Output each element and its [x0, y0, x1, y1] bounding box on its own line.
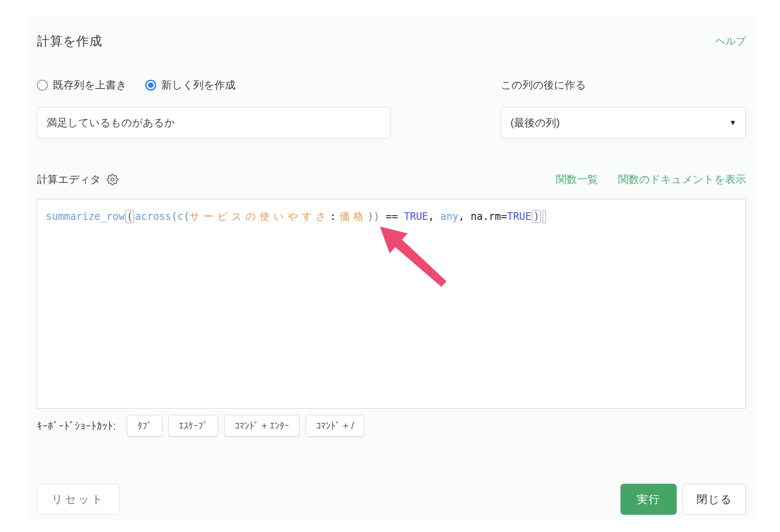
- position-dropdown-value: (最後の列): [510, 116, 560, 130]
- footer-row: リセット 実行 閉じる: [37, 484, 746, 515]
- shortcuts-label: ｷｰﾎﾞｰﾄﾞｼｮｰﾄｶｯﾄ:: [37, 420, 116, 432]
- gear-icon[interactable]: [107, 174, 118, 185]
- new-column-name-input[interactable]: [37, 107, 390, 138]
- code-segment: ): [531, 210, 541, 223]
- create-calculation-dialog: 計算を作成 ヘルプ 既存列を上書き 新しく列を作成 この列の後に作る (最後の列…: [26, 15, 756, 520]
- code-segment: [542, 210, 546, 224]
- page: { "header": { "title": "計算を作成", "help_la…: [0, 0, 780, 532]
- radio-create-column[interactable]: 新しく列を作成: [145, 78, 236, 92]
- radio-overwrite-label: 既存列を上書き: [53, 78, 127, 92]
- radio-circle-icon[interactable]: [145, 80, 156, 91]
- dialog-header: 計算を作成 ヘルプ: [37, 33, 746, 50]
- code-segment: summarize_row: [46, 211, 125, 222]
- code-segment: c: [177, 211, 183, 222]
- code-segment: TRUE: [404, 211, 428, 222]
- code-segment: 価格: [340, 211, 367, 222]
- radio-circle-icon[interactable]: [37, 80, 48, 91]
- code-segment: (: [125, 210, 134, 223]
- position-dropdown[interactable]: (最後の列) ▼: [501, 107, 746, 138]
- code-segment: across: [135, 211, 171, 222]
- code-segment: サービスの使いやすさ: [189, 211, 330, 222]
- close-button[interactable]: 閉じる: [683, 484, 746, 515]
- code-segment: ,: [428, 211, 440, 222]
- code-segment: (: [171, 211, 177, 222]
- shortcut-key: ﾀﾌﾞ: [127, 415, 162, 437]
- run-button[interactable]: 実行: [620, 484, 677, 515]
- shortcut-key: ｺﾏﾝﾄﾞ + ｴﾝﾀｰ: [224, 415, 300, 437]
- shortcut-key: ｺﾏﾝﾄﾞ + /: [306, 415, 364, 437]
- formula-line[interactable]: summarize_row(across(c(サービスの使いやすさ:価格)) =…: [37, 199, 746, 224]
- column-mode-radio-group: 既存列を上書き 新しく列を作成: [37, 78, 390, 92]
- help-link[interactable]: ヘルプ: [715, 34, 746, 48]
- editor-label-row: 計算エディタ 関数一覧 関数のドキュメントを表示: [37, 172, 746, 186]
- calculation-editor[interactable]: summarize_row(across(c(サービスの使いやすさ:価格)) =…: [37, 199, 746, 409]
- code-segment: ==: [380, 211, 404, 222]
- editor-label: 計算エディタ: [37, 172, 101, 186]
- function-doc-link[interactable]: 関数のドキュメントを表示: [618, 172, 746, 186]
- code-segment: na.rm=: [471, 211, 507, 222]
- position-label: この列の後に作る: [501, 78, 586, 92]
- code-segment: ,: [458, 211, 471, 222]
- page-title: 計算を作成: [37, 33, 102, 50]
- chevron-down-icon: ▼: [729, 119, 736, 127]
- radio-overwrite-column[interactable]: 既存列を上書き: [37, 78, 127, 92]
- code-segment: )): [367, 211, 380, 222]
- shortcut-keys: ﾀﾌﾞｴｽｹｰﾌﾟｺﾏﾝﾄﾞ + ｴﾝﾀｰｺﾏﾝﾄﾞ + /: [127, 415, 364, 437]
- radio-create-label: 新しく列を作成: [161, 78, 236, 92]
- inputs-row: (最後の列) ▼: [37, 107, 746, 138]
- code-segment: :: [330, 211, 340, 222]
- column-mode-row: 既存列を上書き 新しく列を作成 この列の後に作る: [37, 78, 746, 92]
- shortcuts-row: ｷｰﾎﾞｰﾄﾞｼｮｰﾄｶｯﾄ: ﾀﾌﾞｴｽｹｰﾌﾟｺﾏﾝﾄﾞ + ｴﾝﾀｰｺﾏﾝ…: [37, 415, 746, 437]
- function-list-link[interactable]: 関数一覧: [556, 172, 598, 186]
- shortcut-key: ｴｽｹｰﾌﾟ: [168, 415, 218, 437]
- code-segment: any: [440, 211, 458, 222]
- code-segment: (: [183, 211, 189, 222]
- reset-button[interactable]: リセット: [37, 484, 119, 515]
- code-segment: TRUE: [507, 211, 531, 222]
